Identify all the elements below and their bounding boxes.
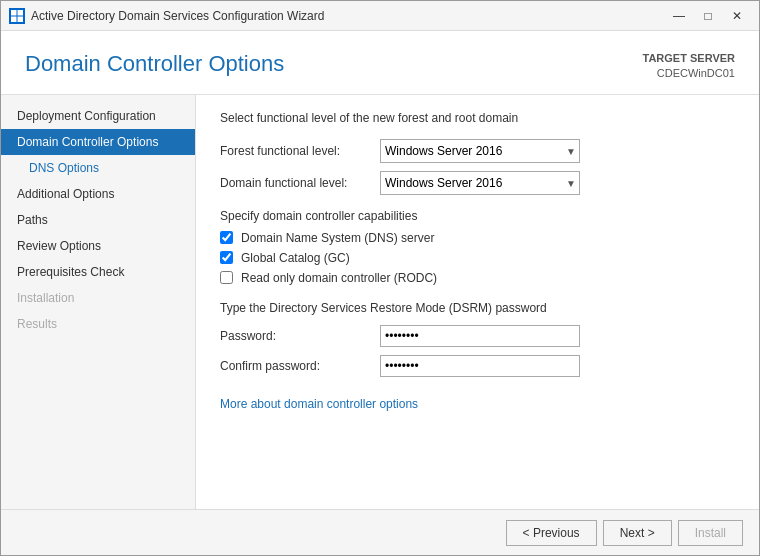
svg-rect-0: [11, 10, 17, 16]
maximize-button[interactable]: □: [694, 5, 722, 27]
functional-level-desc: Select functional level of the new fores…: [220, 111, 735, 125]
header-section: Domain Controller Options TARGET SERVER …: [1, 31, 759, 95]
sidebar-item-deployment-configuration[interactable]: Deployment Configuration: [1, 103, 195, 129]
dns-label: Domain Name System (DNS) server: [241, 231, 434, 245]
gc-checkbox[interactable]: [220, 251, 233, 264]
sidebar: Deployment Configuration Domain Controll…: [1, 95, 196, 509]
rodc-checkbox-row: Read only domain controller (RODC): [220, 271, 735, 285]
confirm-password-input[interactable]: [380, 355, 580, 377]
footer: < Previous Next > Install: [1, 509, 759, 555]
domain-level-select[interactable]: Windows Server 2016 Windows Server 2012 …: [380, 171, 580, 195]
sidebar-item-installation: Installation: [1, 285, 195, 311]
window-icon: [9, 8, 25, 24]
more-info-link[interactable]: More about domain controller options: [220, 397, 418, 411]
forest-level-select-wrapper: Windows Server 2016 Windows Server 2012 …: [380, 139, 580, 163]
previous-button[interactable]: < Previous: [506, 520, 597, 546]
close-button[interactable]: ✕: [723, 5, 751, 27]
dns-checkbox-row: Domain Name System (DNS) server: [220, 231, 735, 245]
window-controls: — □ ✕: [665, 5, 751, 27]
domain-level-label: Domain functional level:: [220, 176, 380, 190]
target-server-info: TARGET SERVER CDECWinDC01: [643, 51, 736, 82]
dsrm-title: Type the Directory Services Restore Mode…: [220, 301, 735, 315]
sidebar-item-domain-controller-options[interactable]: Domain Controller Options: [1, 129, 195, 155]
forest-level-label: Forest functional level:: [220, 144, 380, 158]
title-bar: Active Directory Domain Services Configu…: [1, 1, 759, 31]
minimize-button[interactable]: —: [665, 5, 693, 27]
sidebar-item-additional-options[interactable]: Additional Options: [1, 181, 195, 207]
svg-rect-3: [18, 16, 24, 22]
sidebar-item-prerequisites-check[interactable]: Prerequisites Check: [1, 259, 195, 285]
link-section: More about domain controller options: [220, 397, 735, 411]
gc-checkbox-row: Global Catalog (GC): [220, 251, 735, 265]
window-title: Active Directory Domain Services Configu…: [31, 9, 665, 23]
password-label: Password:: [220, 329, 380, 343]
main-wrapper: Domain Controller Options TARGET SERVER …: [1, 31, 759, 555]
rodc-label: Read only domain controller (RODC): [241, 271, 437, 285]
forest-level-row: Forest functional level: Windows Server …: [220, 139, 735, 163]
capabilities-title: Specify domain controller capabilities: [220, 209, 735, 223]
body-area: Deployment Configuration Domain Controll…: [1, 95, 759, 509]
main-content: Select functional level of the new fores…: [196, 95, 759, 509]
forest-level-select[interactable]: Windows Server 2016 Windows Server 2012 …: [380, 139, 580, 163]
rodc-checkbox[interactable]: [220, 271, 233, 284]
page-title: Domain Controller Options: [25, 51, 284, 77]
dns-checkbox[interactable]: [220, 231, 233, 244]
sidebar-item-dns-options[interactable]: DNS Options: [1, 155, 195, 181]
svg-rect-2: [11, 16, 17, 22]
install-button[interactable]: Install: [678, 520, 743, 546]
sidebar-item-results: Results: [1, 311, 195, 337]
gc-label: Global Catalog (GC): [241, 251, 350, 265]
password-input[interactable]: [380, 325, 580, 347]
confirm-password-row: Confirm password:: [220, 355, 735, 377]
domain-level-row: Domain functional level: Windows Server …: [220, 171, 735, 195]
password-row: Password:: [220, 325, 735, 347]
target-server-name: CDECWinDC01: [643, 66, 736, 81]
next-button[interactable]: Next >: [603, 520, 672, 546]
sidebar-item-paths[interactable]: Paths: [1, 207, 195, 233]
domain-level-select-wrapper: Windows Server 2016 Windows Server 2012 …: [380, 171, 580, 195]
target-label: TARGET SERVER: [643, 51, 736, 66]
svg-rect-1: [18, 10, 24, 16]
main-window: Active Directory Domain Services Configu…: [0, 0, 760, 556]
sidebar-item-review-options[interactable]: Review Options: [1, 233, 195, 259]
confirm-password-label: Confirm password:: [220, 359, 380, 373]
